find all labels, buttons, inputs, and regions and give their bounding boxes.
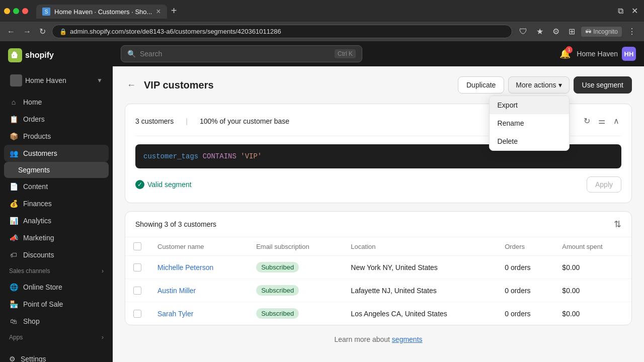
sidebar-item-home[interactable]: ⌂ Home (4, 94, 109, 111)
store-selector[interactable]: Home Haven ▼ (4, 71, 109, 89)
customers-table-card: Showing 3 of 3 customers ⇅ Customer name… (125, 211, 632, 325)
more-actions-container: More actions ▾ Export Rename Delete (508, 76, 569, 94)
sidebar-item-orders[interactable]: 📋 Orders (4, 111, 109, 128)
more-actions-button[interactable]: More actions ▾ (508, 76, 569, 94)
sidebar-item-label: Point of Sale (23, 300, 63, 308)
row-1-amount: $0.00 (554, 256, 631, 279)
browser-titlebar: S Home Haven · Customers · Sho... × + ⧉ … (0, 0, 644, 22)
sidebar-logo: shopify (0, 41, 113, 69)
close-button[interactable]: ✕ (629, 4, 640, 18)
new-tab-button[interactable]: + (167, 3, 181, 19)
col-email-subscription: Email subscription (248, 237, 343, 256)
row-checkbox-cell (125, 302, 149, 325)
table-header-row: Customer name Email subscription Locatio… (125, 237, 631, 256)
dropdown-delete[interactable]: Delete (490, 132, 569, 150)
col-orders: Orders (497, 237, 554, 256)
tab-favicon: S (42, 8, 50, 16)
sidebar-item-discounts[interactable]: 🏷 Discounts (4, 246, 109, 263)
footer-text: Learn more about (334, 335, 391, 343)
dropdown-export[interactable]: Export (490, 96, 569, 114)
store-icon (10, 74, 22, 86)
select-all-checkbox[interactable] (133, 242, 141, 250)
address-bar[interactable]: 🔒 admin.shopify.com/store/de8143-a6/cust… (52, 25, 512, 38)
reload-button[interactable]: ↻ (37, 25, 48, 38)
store-avatar[interactable]: HH (622, 47, 636, 61)
shield-icon[interactable]: 🛡 (516, 25, 530, 38)
refresh-button[interactable]: ↻ (582, 114, 592, 128)
store-name-button[interactable]: Home Haven (577, 50, 618, 58)
page-title-row: ← VIP customers (125, 78, 214, 93)
store-name: Home Haven (25, 76, 66, 84)
search-icon: 🔍 (127, 50, 136, 58)
check-icon: ✓ (135, 180, 144, 189)
base-percent: 100% of your customer base (200, 117, 289, 125)
subscribed-badge: Subscribed (256, 308, 299, 319)
browser-toolbar: ← → ↻ 🔒 admin.shopify.com/store/de8143-a… (0, 22, 644, 41)
expand-button[interactable]: ∧ (611, 114, 621, 128)
sales-channels-expand[interactable]: › (102, 267, 104, 275)
row-1-name[interactable]: Michelle Peterson (149, 256, 248, 279)
row-2-checkbox[interactable] (133, 287, 141, 295)
search-shortcut: Ctrl K (335, 49, 356, 58)
search-bar[interactable]: 🔍 Search Ctrl K (121, 45, 362, 62)
sidebar-nav: ⌂ Home 📋 Orders 📦 Products 👥 Customers S… (0, 92, 113, 347)
discounts-icon: 🏷 (9, 250, 18, 259)
shopify-logo: shopify (8, 48, 54, 62)
sidebar-item-content[interactable]: 📄 Content (4, 178, 109, 195)
row-2-name[interactable]: Austin Miller (149, 279, 248, 302)
filter-button[interactable]: ⚌ (596, 114, 607, 128)
more-browser-actions[interactable]: ⋮ (625, 25, 639, 38)
back-button[interactable]: ← (125, 78, 138, 93)
customers-icon: 👥 (9, 149, 18, 158)
settings-icon: ⚙ (9, 355, 16, 362)
forward-browser-button[interactable]: → (21, 25, 33, 38)
row-3-checkbox[interactable] (133, 310, 141, 318)
sidebar-item-point-of-sale[interactable]: 🏪 Point of Sale (4, 296, 109, 313)
row-1-checkbox[interactable] (133, 263, 141, 272)
duplicate-button[interactable]: Duplicate (458, 76, 504, 94)
incognito-badge: 🕶 Incognito (581, 27, 622, 37)
close-window-button[interactable] (22, 8, 28, 14)
main-content: 🔍 Search Ctrl K 🔔 1 Home Haven HH ← VIP … (113, 41, 644, 362)
row-2-subscription: Subscribed (248, 279, 343, 302)
dropdown-rename[interactable]: Rename (490, 114, 569, 132)
sidebar-item-label: Finances (23, 200, 52, 208)
sidebar-item-label: Segments (18, 166, 50, 174)
page-header: ← VIP customers Duplicate More actions ▾… (125, 76, 632, 94)
minimize-button[interactable] (4, 8, 10, 14)
sidebar-item-label: Discounts (23, 251, 54, 259)
use-segment-button[interactable]: Use segment (574, 76, 632, 94)
sidebar-item-analytics[interactable]: 📊 Analytics (4, 212, 109, 229)
sidebar-item-finances[interactable]: 💰 Finances (4, 195, 109, 212)
notifications-button[interactable]: 🔔 1 (557, 46, 573, 61)
row-checkbox-cell (125, 279, 149, 302)
active-tab[interactable]: S Home Haven · Customers · Sho... × (36, 5, 167, 19)
sidebar-item-label: Content (23, 183, 48, 191)
sidebar-item-products[interactable]: 📦 Products (4, 128, 109, 145)
extensions-icon[interactable]: ⚙ (549, 25, 562, 38)
row-3-name[interactable]: Sarah Tyler (149, 302, 248, 325)
sidebar-item-customers[interactable]: 👥 Customers (4, 145, 109, 162)
page-title: VIP customers (144, 79, 214, 91)
bookmark-icon[interactable]: ★ (533, 25, 546, 38)
pos-icon: 🏪 (9, 300, 18, 309)
online-store-icon: 🌐 (9, 283, 18, 292)
analytics-icon: 📊 (9, 216, 18, 225)
sidebar-item-shop[interactable]: 🛍 Shop (4, 313, 109, 330)
table-row: Michelle Peterson Subscribed New York NY… (125, 256, 631, 279)
segments-link[interactable]: segments (392, 335, 423, 343)
sort-button[interactable]: ⇅ (614, 219, 621, 230)
maximize-button[interactable] (13, 8, 19, 14)
sidebar-item-online-store[interactable]: 🌐 Online Store (4, 279, 109, 296)
sidebar-item-marketing[interactable]: 📣 Marketing (4, 229, 109, 246)
sidebar-item-settings[interactable]: ⚙ Settings (4, 351, 109, 362)
apps-expand[interactable]: › (102, 334, 104, 341)
sidebar-item-segments[interactable]: Segments (4, 162, 109, 178)
restore-down-button[interactable]: ⧉ (616, 4, 625, 18)
apply-button[interactable]: Apply (587, 176, 621, 193)
split-view-icon[interactable]: ⊞ (566, 25, 578, 38)
back-browser-button[interactable]: ← (5, 25, 17, 38)
row-1-subscription: Subscribed (248, 256, 343, 279)
url-text: admin.shopify.com/store/de8143-a6/custom… (70, 28, 281, 35)
close-tab-button[interactable]: × (156, 8, 160, 16)
